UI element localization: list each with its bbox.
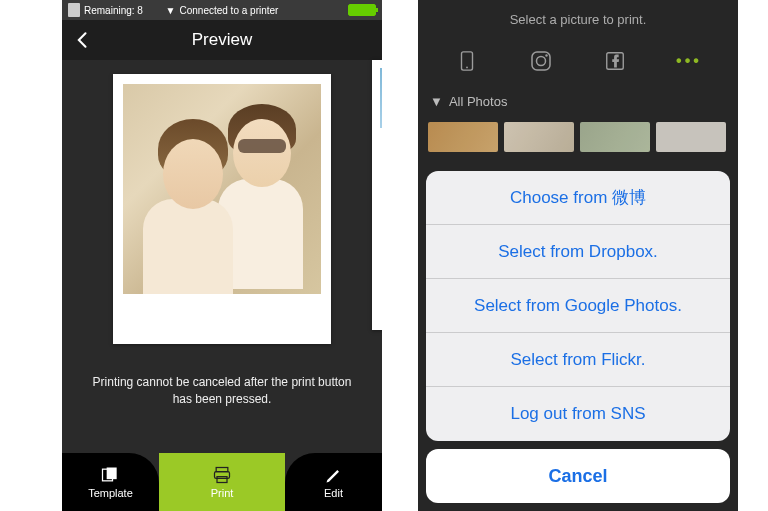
status-bar: Remaining: 8 ▼ Connected to a printer <box>62 0 382 20</box>
template-label: Template <box>88 487 133 499</box>
sheet-item-google-photos[interactable]: Select from Google Photos. <box>426 279 730 333</box>
svg-rect-4 <box>217 477 227 483</box>
print-label: Print <box>211 487 234 499</box>
polaroid-preview <box>113 74 331 344</box>
edit-label: Edit <box>324 487 343 499</box>
page-title: Preview <box>192 30 252 50</box>
battery-icon <box>348 4 376 16</box>
sheet-item-flickr[interactable]: Select from Flickr. <box>426 333 730 387</box>
action-sheet-group: Choose from 微博 Select from Dropbox. Sele… <box>426 171 730 441</box>
nav-bar: Preview <box>62 20 382 60</box>
film-icon <box>68 3 80 17</box>
edit-button[interactable]: Edit <box>285 453 382 511</box>
next-preview-peek[interactable] <box>372 60 382 330</box>
wifi-down-icon: ▼ <box>166 5 176 16</box>
sheet-item-weibo[interactable]: Choose from 微博 <box>426 171 730 225</box>
remaining-count: Remaining: 8 <box>84 5 143 16</box>
sheet-item-logout-sns[interactable]: Log out from SNS <box>426 387 730 441</box>
photo-content <box>123 84 321 294</box>
sheet-cancel-button[interactable]: Cancel <box>426 449 730 503</box>
preview-screen: Remaining: 8 ▼ Connected to a printer Pr… <box>62 0 382 511</box>
action-sheet: Choose from 微博 Select from Dropbox. Sele… <box>426 171 730 503</box>
connection-status: Connected to a printer <box>179 5 278 16</box>
picker-screen: Select a picture to print. ••• ▼ All Pho… <box>418 0 738 511</box>
sheet-item-dropbox[interactable]: Select from Dropbox. <box>426 225 730 279</box>
print-warning-text: Printing cannot be canceled after the pr… <box>62 344 382 428</box>
back-button[interactable] <box>72 30 94 50</box>
svg-rect-2 <box>216 468 228 472</box>
preview-area[interactable] <box>62 60 382 344</box>
svg-rect-1 <box>107 468 117 480</box>
bottom-toolbar: Template Print Edit <box>62 453 382 511</box>
template-button[interactable]: Template <box>62 453 159 511</box>
print-button[interactable]: Print <box>159 453 285 511</box>
